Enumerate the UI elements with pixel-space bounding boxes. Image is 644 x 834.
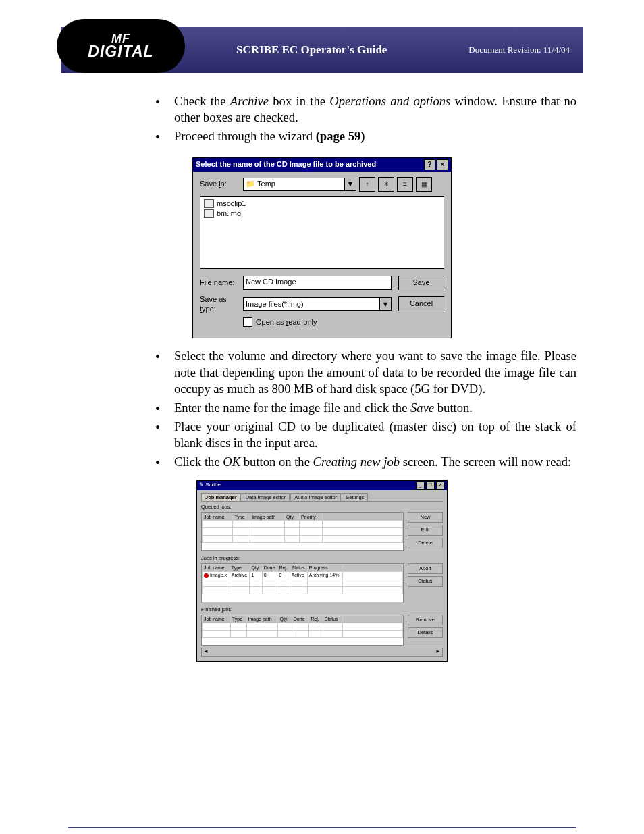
bullet-place-cd: Place your original CD to be duplicated … xyxy=(155,419,576,451)
minimize-button[interactable]: _ xyxy=(416,481,425,490)
chevron-down-icon[interactable]: ▼ xyxy=(344,178,356,190)
bullet-click-ok: Click the OK button on the Creating new … xyxy=(155,454,576,470)
bullet-select-volume: Select the volume and directory where yo… xyxy=(155,348,576,397)
view-details-button[interactable]: ▦ xyxy=(416,177,432,192)
tab-strip: Job manager Data Image editor Audio Imag… xyxy=(201,493,443,502)
save-type-label: Save as type: xyxy=(200,294,243,314)
doc-title: SCRIBE EC Operator's Guide xyxy=(236,43,387,57)
status-button[interactable]: Status xyxy=(408,576,443,587)
remove-button[interactable]: Remove xyxy=(408,615,443,625)
edit-job-button[interactable]: Edit xyxy=(408,525,443,536)
delete-job-button[interactable]: Delete xyxy=(408,538,443,548)
save-dialog-title: Select the name of the CD Image file to … xyxy=(196,159,423,169)
scribe-window: ✎ Scribe _ □ × Job manager Data Image ed… xyxy=(196,480,448,662)
view-list-button[interactable]: ≡ xyxy=(397,177,413,192)
cancel-button[interactable]: Cancel xyxy=(398,296,444,311)
list-item[interactable]: bm.img xyxy=(204,209,440,219)
save-button[interactable]: Save xyxy=(398,276,444,290)
scribe-titlebar: ✎ Scribe _ □ × xyxy=(197,481,447,490)
mf-digital-logo: MFDIGITAL xyxy=(57,19,185,73)
close-button[interactable]: × xyxy=(437,159,448,170)
hscrollbar[interactable]: ◄► xyxy=(201,648,443,657)
save-dialog: Select the name of the CD Image file to … xyxy=(192,157,452,339)
doc-footer: Page 82 xyxy=(0,827,644,834)
details-button[interactable]: Details xyxy=(408,627,443,638)
chevron-down-icon[interactable]: ▼ xyxy=(379,298,391,310)
readonly-checkbox[interactable] xyxy=(243,317,252,327)
tab-job-manager[interactable]: Job manager xyxy=(201,493,241,502)
file-name-input[interactable]: New CD Image xyxy=(243,276,392,290)
status-dot-icon xyxy=(204,573,209,578)
doc-body: Check the Archive box in the Operations … xyxy=(68,93,576,662)
file-icon xyxy=(204,209,214,218)
bullet-archive: Check the Archive box in the Operations … xyxy=(155,93,576,126)
new-folder-button[interactable]: ✳ xyxy=(378,177,394,192)
finished-grid[interactable]: Job nameTypeImage pathQty.DoneRej.Status xyxy=(201,615,404,646)
bullet-wizard: Proceed through the wizard (page 59) xyxy=(155,128,576,145)
tab-data-image[interactable]: Data Image editor xyxy=(242,493,290,502)
finished-label: Finished jobs: xyxy=(201,606,443,613)
file-list[interactable]: msoclip1 bm.img xyxy=(200,196,444,269)
readonly-label: Open as read-only xyxy=(256,317,317,327)
folder-icon: 📁 xyxy=(246,179,255,188)
maximize-button[interactable]: □ xyxy=(426,481,435,490)
table-row[interactable]: Image.xArchive100ActiveArchiving 14% xyxy=(203,571,403,579)
save-dialog-titlebar: Select the name of the CD Image file to … xyxy=(193,158,451,172)
list-item[interactable]: msoclip1 xyxy=(204,199,440,209)
doc-header: MFDIGITAL SCRIBE EC Operator's Guide Doc… xyxy=(61,27,583,73)
close-button[interactable]: × xyxy=(436,481,445,490)
new-job-button[interactable]: New xyxy=(408,512,443,523)
folder-icon xyxy=(204,199,214,208)
progress-label: Jobs in progress: xyxy=(201,555,443,562)
queued-label: Queued jobs: xyxy=(201,504,443,511)
tab-audio-image[interactable]: Audio Image editor xyxy=(290,493,341,502)
save-type-combo[interactable]: Image files(*.img) ▼ xyxy=(243,297,392,311)
tab-settings[interactable]: Settings xyxy=(342,493,368,502)
save-in-combo[interactable]: 📁 Temp ▼ xyxy=(243,178,356,191)
help-button[interactable]: ? xyxy=(424,159,435,170)
abort-button[interactable]: Abort xyxy=(408,563,443,574)
queued-grid[interactable]: Job nameTypeImage pathQty.Priority xyxy=(201,512,404,551)
file-name-label: File name: xyxy=(200,278,243,287)
progress-grid[interactable]: Job nameTypeQty.DoneRej.StatusProgress I… xyxy=(201,563,404,602)
save-in-label: Save in: xyxy=(200,179,243,188)
up-folder-button[interactable]: ↑ xyxy=(359,177,375,192)
app-icon: ✎ xyxy=(199,481,204,488)
doc-revision: Document Revision: 11/4/04 xyxy=(468,45,570,55)
bullet-enter-name: Enter the name for the image file and cl… xyxy=(155,400,576,416)
